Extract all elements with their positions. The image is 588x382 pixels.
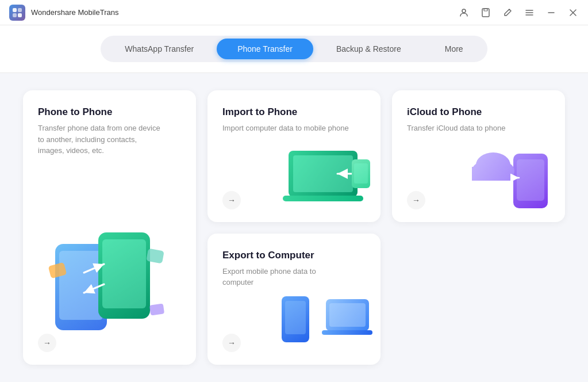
card-phone-to-phone[interactable]: Phone to Phone Transfer phone data from … <box>23 90 196 365</box>
card-import-arrow[interactable]: → <box>222 191 241 209</box>
tab-phone[interactable]: Phone Transfer <box>217 39 313 59</box>
account-button[interactable] <box>458 7 470 18</box>
svg-rect-30 <box>472 167 513 181</box>
nav-area: WhatsApp Transfer Phone Transfer Backup … <box>0 25 588 73</box>
edit-button[interactable] <box>502 7 513 18</box>
card-icloud-arrow[interactable]: → <box>407 191 425 209</box>
svg-rect-14 <box>59 251 103 320</box>
app-icon <box>9 5 25 21</box>
svg-rect-35 <box>322 330 372 335</box>
title-bar-controls <box>458 7 579 18</box>
svg-rect-34 <box>329 303 366 327</box>
svg-rect-2 <box>13 13 17 17</box>
card-phone-to-phone-desc: Transfer phone data from one device to a… <box>38 123 164 156</box>
svg-rect-1 <box>18 8 22 12</box>
nav-tabs: WhatsApp Transfer Phone Transfer Backup … <box>101 36 487 62</box>
tab-backup[interactable]: Backup & Restore <box>316 39 422 59</box>
svg-point-4 <box>462 9 466 13</box>
phone-to-phone-illustration <box>47 215 173 330</box>
svg-rect-32 <box>285 301 306 334</box>
import-illustration <box>277 128 375 216</box>
tab-whatsapp[interactable]: WhatsApp Transfer <box>104 39 214 59</box>
app-title: Wondershare MobileTrans <box>31 8 118 17</box>
card-phone-to-phone-title: Phone to Phone <box>38 106 181 118</box>
bookmark-button[interactable] <box>480 7 491 18</box>
svg-rect-26 <box>517 159 544 201</box>
title-bar-left: Wondershare MobileTrans <box>9 5 118 21</box>
card-import-title: Import to Phone <box>222 106 366 118</box>
svg-rect-0 <box>13 8 17 12</box>
title-bar: Wondershare MobileTrans <box>0 0 588 25</box>
icloud-illustration <box>467 128 559 216</box>
card-import-to-phone[interactable]: Import to Phone Import computer data to … <box>207 90 381 222</box>
export-illustration <box>277 270 375 359</box>
minimize-button[interactable] <box>545 7 557 18</box>
svg-rect-3 <box>18 13 22 17</box>
card-icloud-to-phone[interactable]: iCloud to Phone Transfer iCloud data to … <box>392 90 565 222</box>
svg-rect-16 <box>102 239 146 308</box>
svg-rect-24 <box>354 163 368 184</box>
menu-button[interactable] <box>524 7 535 18</box>
cards-grid: Phone to Phone Transfer phone data from … <box>23 90 565 365</box>
close-button[interactable] <box>567 7 579 18</box>
svg-rect-19 <box>149 303 164 315</box>
svg-rect-22 <box>283 196 363 201</box>
main-content: Phone to Phone Transfer phone data from … <box>0 73 588 382</box>
card-export-title: Export to Computer <box>222 250 366 261</box>
card-icloud-title: iCloud to Phone <box>407 106 550 118</box>
card-export-arrow[interactable]: → <box>222 334 241 352</box>
card-export-to-computer[interactable]: Export to Computer Export mobile phone d… <box>207 234 381 365</box>
svg-rect-5 <box>482 9 489 17</box>
card-phone-to-phone-arrow[interactable]: → <box>38 334 56 352</box>
tab-more[interactable]: More <box>424 39 484 59</box>
